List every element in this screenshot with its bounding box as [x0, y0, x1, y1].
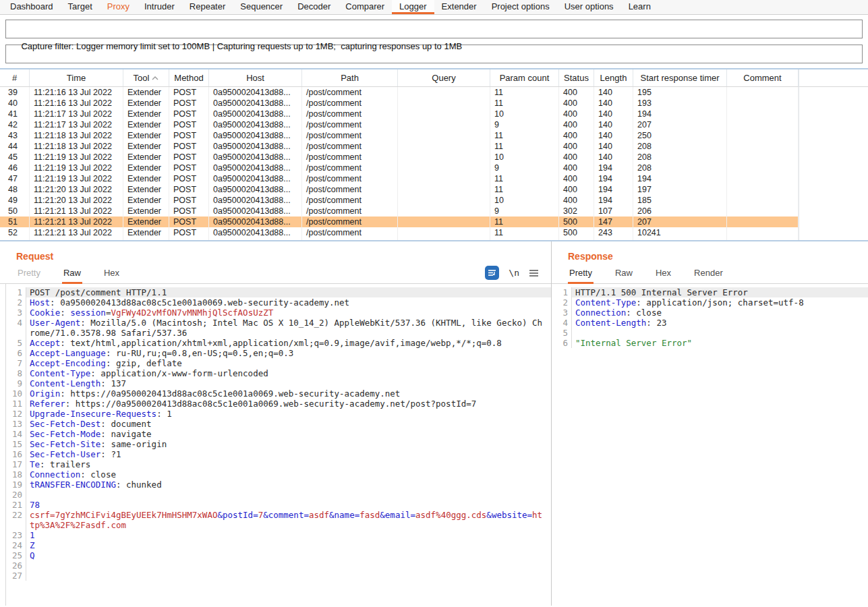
table-row[interactable]: 4811:21:20 13 Jul 2022ExtenderPOST0a9500… — [0, 184, 799, 195]
cell-comment — [727, 173, 799, 184]
log-table-body: 3911:21:16 13 Jul 2022ExtenderPOST0a9500… — [0, 87, 868, 241]
table-row[interactable]: 4711:21:19 13 Jul 2022ExtenderPOST0a9500… — [0, 173, 799, 184]
table-row[interactable]: 4511:21:19 13 Jul 2022ExtenderPOST0a9500… — [0, 152, 799, 163]
cell-time: 11:21:20 13 Jul 2022 — [30, 195, 123, 206]
cell-start-response-timer: 250 — [633, 130, 727, 141]
table-row[interactable]: 4611:21:19 13 Jul 2022ExtenderPOST0a9500… — [0, 163, 799, 173]
menu-tab-target[interactable]: Target — [61, 0, 100, 14]
column-header-comment[interactable]: Comment — [727, 69, 799, 86]
prettify-icon[interactable] — [485, 266, 499, 280]
table-row[interactable]: 4211:21:17 13 Jul 2022ExtenderPOST0a9500… — [0, 119, 799, 130]
request-tab-pretty[interactable]: Pretty — [16, 268, 42, 284]
cell-length: 243 — [594, 227, 633, 238]
column-header-time[interactable]: Time — [30, 69, 123, 86]
table-row[interactable]: 4311:21:18 13 Jul 2022ExtenderPOST0a9500… — [0, 130, 799, 141]
menu-tab-logger[interactable]: Logger — [392, 0, 434, 14]
line-number: 2 — [6, 297, 26, 308]
code-segment: : application/json; charset=utf-8 — [636, 297, 803, 308]
menu-tab-comparer[interactable]: Comparer — [338, 0, 392, 14]
column-header-tool[interactable]: Tool — [123, 69, 169, 86]
line-content: Origin: https://0a9500020413d88ac08c5c1e… — [26, 388, 551, 399]
cell-method: POST — [169, 98, 209, 109]
cell-query — [398, 130, 490, 141]
table-row[interactable]: 5011:21:21 13 Jul 2022ExtenderPOST0a9500… — [0, 206, 799, 216]
response-tab-pretty[interactable]: Pretty — [568, 268, 594, 284]
cell-comment — [727, 109, 799, 119]
column-header-[interactable]: # — [0, 69, 30, 86]
cell-host: 0a9500020413d88... — [209, 173, 302, 184]
line-content: tRANSFER-ENCODING: chunked — [26, 480, 551, 490]
request-tab-hex[interactable]: Hex — [103, 268, 121, 284]
code-segment: Host — [30, 297, 50, 308]
cell-length: 140 — [594, 109, 633, 119]
cell-tool: Extender — [123, 216, 169, 227]
response-tab-render[interactable]: Render — [693, 268, 724, 284]
code-segment: : text/html,application/xhtml+xml,applic… — [60, 338, 502, 348]
cell-: 39 — [0, 87, 30, 98]
column-header-query[interactable]: Query — [398, 69, 490, 86]
menu-tab-sequencer[interactable]: Sequencer — [233, 0, 290, 14]
cell-status: 400 — [559, 141, 594, 152]
column-header-host[interactable]: Host — [209, 69, 302, 86]
code-segment: : application/x-www-form-urlencoded — [90, 368, 268, 378]
cell-host: 0a9500020413d88... — [209, 206, 302, 216]
menu-tab-proxy[interactable]: Proxy — [100, 0, 137, 14]
capture-filter-bar[interactable]: Capture filter: Logger memory limit set … — [5, 20, 863, 38]
cell-path: /post/comment — [302, 152, 398, 163]
code-segment: session — [70, 308, 106, 318]
cell-method: POST — [169, 87, 209, 98]
cell-tool: Extender — [123, 141, 169, 152]
menu-tab-dashboard[interactable]: Dashboard — [3, 0, 61, 14]
editor-line: 12Upgrade-Insecure-Requests: 1 — [6, 409, 551, 419]
code-segment: "Internal Server Error" — [575, 338, 692, 348]
newline-toggle-icon[interactable]: \n — [509, 268, 519, 278]
table-row[interactable]: 4911:21:20 13 Jul 2022ExtenderPOST0a9500… — [0, 195, 799, 206]
column-header-label: Time — [67, 73, 86, 83]
line-number: 7 — [6, 358, 26, 368]
column-header-length[interactable]: Length — [594, 69, 633, 86]
menu-tab-intruder[interactable]: Intruder — [137, 0, 182, 14]
code-segment: Accept-Encoding — [30, 358, 106, 368]
table-row[interactable]: 5311:21:22 13 Jul 2022ExtenderPOST0a9500… — [0, 238, 799, 241]
request-tab-raw[interactable]: Raw — [62, 268, 82, 284]
menu-tab-decoder[interactable]: Decoder — [290, 0, 338, 14]
line-content: Accept-Language: ru-RU,ru;q=0.8,en-US;q=… — [26, 348, 551, 358]
code-segment: asdf — [309, 510, 329, 520]
table-row[interactable]: 3911:21:16 13 Jul 2022ExtenderPOST0a9500… — [0, 87, 799, 98]
menu-tab-learn[interactable]: Learn — [621, 0, 658, 14]
menu-tab-user-options[interactable]: User options — [557, 0, 621, 14]
cell-param-count: 10 — [490, 152, 559, 163]
editor-line: 18Connection: close — [6, 469, 551, 480]
menu-tab-repeater[interactable]: Repeater — [182, 0, 233, 14]
response-editor[interactable]: 1HTTP/1.1 500 Internal Server Error2Cont… — [552, 284, 868, 606]
code-segment: : close — [80, 469, 116, 480]
column-header-path[interactable]: Path — [302, 69, 398, 86]
table-row[interactable]: 4011:21:16 13 Jul 2022ExtenderPOST0a9500… — [0, 98, 799, 109]
response-tab-raw[interactable]: Raw — [614, 268, 634, 284]
column-header-method[interactable]: Method — [169, 69, 209, 86]
editor-line: 2Content-Type: application/json; charset… — [552, 297, 868, 308]
editor-menu-icon[interactable] — [529, 269, 539, 277]
cell-host: 0a9500020413d88... — [209, 238, 302, 241]
cell-tool: Extender — [123, 119, 169, 130]
column-header-param-count[interactable]: Param count — [490, 69, 559, 86]
menu-tab-project-options[interactable]: Project options — [484, 0, 557, 14]
response-tab-hex[interactable]: Hex — [654, 268, 672, 284]
cell-tool: Extender — [123, 206, 169, 216]
cell-param-count: 11 — [490, 141, 559, 152]
editor-line: 16Sec-Fetch-User: ?1 — [6, 449, 551, 459]
menu-tab-extender[interactable]: Extender — [434, 0, 484, 14]
table-row[interactable]: 4111:21:17 13 Jul 2022ExtenderPOST0a9500… — [0, 109, 799, 119]
line-number: 11 — [6, 399, 26, 409]
column-header-status[interactable]: Status — [559, 69, 594, 86]
table-row[interactable]: 4411:21:18 13 Jul 2022ExtenderPOST0a9500… — [0, 141, 799, 152]
table-row-selected[interactable]: 5111:21:21 13 Jul 2022ExtenderPOST0a9500… — [0, 216, 799, 227]
table-row[interactable]: 5211:21:21 13 Jul 2022ExtenderPOST0a9500… — [0, 227, 799, 238]
request-panel: Request PrettyRawHex \n — [0, 241, 552, 606]
column-header-start-response-timer[interactable]: Start response timer — [633, 69, 727, 86]
line-content: Sec-Fetch-Mode: navigate — [26, 429, 551, 439]
request-editor[interactable]: 1POST /post/comment HTTP/1.12Host: 0a950… — [5, 284, 551, 606]
code-segment: VgFWy4D2vMfON7vMNMhjQlScfAOsUzZT — [111, 308, 273, 318]
cell-query — [398, 216, 490, 227]
code-segment: : 0a9500020413d88ac08c5c1e001a0069.web-s… — [50, 297, 349, 308]
